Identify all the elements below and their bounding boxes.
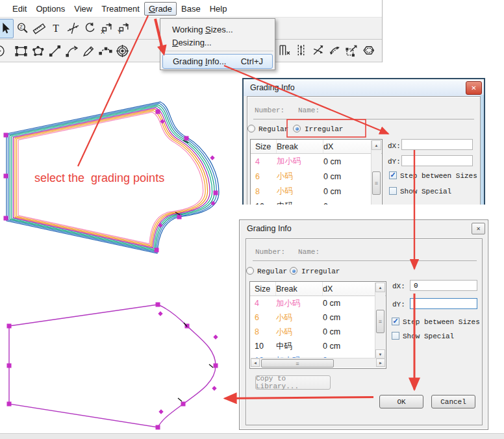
irregular-radio[interactable]: [293, 125, 301, 132]
regular-radio[interactable]: [247, 125, 255, 132]
grading-point-handle[interactable]: [184, 136, 189, 141]
table-row-size-6[interactable]: 6小码0 cm: [250, 310, 386, 325]
grading-point-handle[interactable]: [155, 248, 159, 253]
grading-point-handle[interactable]: [7, 402, 12, 407]
vertical-scrollbar[interactable]: ▲≡▼: [375, 282, 385, 359]
grading-point-handle[interactable]: [185, 324, 190, 329]
menu-options[interactable]: Options: [31, 2, 69, 16]
cross-arrows-icon[interactable]: [309, 41, 326, 59]
step-between-sizes-checkbox[interactable]: ✓: [392, 318, 399, 325]
table-row-size-8[interactable]: 8小码0 cm: [251, 184, 382, 199]
line-tool-icon[interactable]: [46, 42, 63, 60]
dy-input[interactable]: [401, 155, 473, 166]
table-row-size-4[interactable]: 4加小码0 cm: [251, 154, 382, 169]
close-icon[interactable]: ✕: [472, 223, 485, 234]
menu-treatment[interactable]: Treatment: [97, 2, 144, 16]
scrollbar-thumb[interactable]: ≡: [261, 359, 334, 368]
table-row-size-6[interactable]: 6小码0 cm: [251, 169, 382, 184]
size-table[interactable]: SizeBreakdX4加小码0 cm6小码0 cm8小码0 cm10中码0 c…: [250, 139, 383, 205]
close-icon[interactable]: ✕: [466, 81, 482, 95]
rotate-icon[interactable]: [81, 19, 98, 38]
step-between-sizes-checkbox[interactable]: ✓: [389, 171, 397, 179]
rectangle-tool-icon[interactable]: [12, 42, 29, 60]
scrollbar-thumb[interactable]: ≡: [376, 310, 384, 333]
grading-point-handle[interactable]: [7, 364, 12, 368]
graded-sleeve-pattern[interactable]: [6, 102, 219, 253]
dy-input[interactable]: [410, 298, 477, 309]
dx-input[interactable]: [401, 139, 473, 150]
text-icon[interactable]: T: [47, 19, 64, 38]
grading-point-handle[interactable]: [156, 303, 160, 307]
curve-point-handle[interactable]: [210, 155, 214, 160]
grading-point-handle[interactable]: [4, 133, 8, 138]
box-arrow-icon[interactable]: [343, 41, 360, 59]
table-row-size-4[interactable]: 4加小码0 cm: [250, 296, 386, 310]
size-table[interactable]: SizeBreakdX4加小码0 cm6小码0 cm8小码0 cm10中码0 c…: [249, 281, 386, 369]
menu-item-desizing[interactable]: Desizing...: [162, 36, 273, 49]
column-header-size[interactable]: Size: [251, 140, 277, 153]
vertical-scrollbar[interactable]: ▲≡: [371, 140, 381, 205]
column-header-dx[interactable]: dX: [323, 142, 369, 151]
column-header-break[interactable]: Break: [276, 282, 323, 295]
hexagon-dashed-icon[interactable]: [360, 41, 377, 59]
move-x-icon[interactable]: X: [98, 19, 115, 38]
zoom-z-icon[interactable]: Z: [14, 19, 31, 38]
grading-point-handle[interactable]: [7, 324, 12, 329]
curve-point-handle[interactable]: [210, 201, 215, 205]
grading-point-handle[interactable]: [156, 425, 160, 430]
table-row-size-8[interactable]: 8小码0 cm: [250, 325, 386, 339]
grading-point-handle[interactable]: [214, 191, 218, 195]
grading-point-handle[interactable]: [156, 110, 160, 114]
polygon-tool-icon[interactable]: [29, 42, 46, 60]
scroll-right-icon[interactable]: ►: [376, 358, 385, 367]
column-header-size[interactable]: Size: [250, 282, 276, 295]
grading-point-handles[interactable]: [4, 110, 218, 430]
scroll-up-icon[interactable]: ▲: [372, 140, 381, 150]
curve-point-handle[interactable]: [213, 334, 218, 339]
base-pattern-outline[interactable]: [9, 305, 216, 427]
curve-point-handle[interactable]: [158, 223, 162, 227]
scroll-up-icon[interactable]: ▲: [375, 282, 385, 292]
trim-icon[interactable]: [275, 41, 292, 59]
table-row-size-10[interactable]: 10中码0 cm: [251, 199, 382, 205]
scroll-left-icon[interactable]: ◄: [251, 358, 260, 367]
target-icon[interactable]: [114, 42, 131, 60]
grading-point-handle[interactable]: [177, 215, 182, 220]
angle-arc-icon[interactable]: [326, 41, 343, 59]
curve-point-handle[interactable]: [160, 119, 164, 123]
dx-input[interactable]: [410, 280, 477, 291]
menu-item-working-sizes[interactable]: Working Sizes...: [162, 23, 273, 36]
grading-point-handle[interactable]: [4, 216, 8, 221]
grading-point-handle[interactable]: [214, 364, 218, 368]
menu-edit[interactable]: Edit: [8, 2, 31, 16]
irregular-radio[interactable]: [290, 267, 297, 275]
vertical-measure-icon[interactable]: [292, 41, 309, 59]
curve-points-icon[interactable]: [97, 42, 114, 60]
curve-point-handle[interactable]: [158, 409, 163, 414]
scrollbar-thumb[interactable]: ≡: [372, 171, 381, 195]
menu-help[interactable]: Help: [205, 2, 232, 16]
menu-base[interactable]: Base: [177, 2, 205, 16]
select-cursor-icon[interactable]: [0, 19, 14, 38]
menu-item-grading-info[interactable]: Grading Info...Ctrl+J: [162, 54, 273, 69]
grading-point-handle[interactable]: [4, 174, 8, 179]
curve-arrow-icon[interactable]: [63, 42, 80, 60]
show-special-checkbox[interactable]: [392, 332, 399, 340]
copy-to-library-button[interactable]: Copy to Library...: [255, 375, 331, 390]
ruler-icon[interactable]: [31, 19, 47, 38]
show-special-checkbox[interactable]: [389, 187, 397, 195]
horizontal-scrollbar[interactable]: ◄≡►: [251, 358, 385, 368]
grading-point-handle[interactable]: [181, 402, 186, 407]
pencil-edit-icon[interactable]: [80, 42, 97, 60]
menu-view[interactable]: View: [69, 2, 97, 16]
column-header-dx[interactable]: dX: [323, 284, 368, 294]
circle-tool-icon[interactable]: [0, 42, 12, 60]
ok-button[interactable]: OK: [379, 395, 423, 408]
mirror-axis-icon[interactable]: [64, 19, 81, 38]
curve-point-handle[interactable]: [158, 311, 162, 316]
regular-radio[interactable]: [246, 267, 254, 275]
table-row-size-10[interactable]: 10中码0 cm: [250, 339, 386, 353]
menu-grade[interactable]: Grade: [144, 2, 177, 16]
move-y-icon[interactable]: Y: [115, 19, 132, 38]
column-header-break[interactable]: Break: [277, 140, 323, 153]
